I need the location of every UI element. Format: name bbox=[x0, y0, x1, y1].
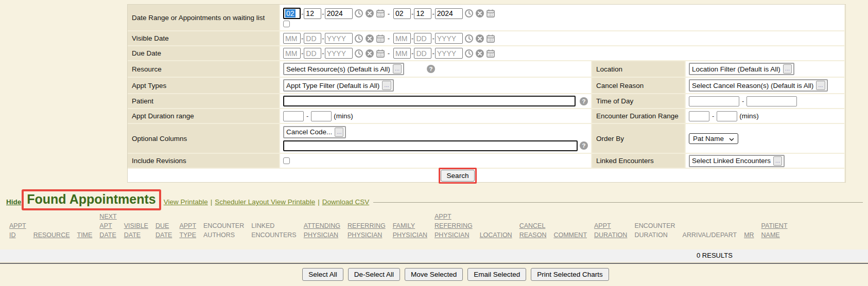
cancel-reason-filter-button[interactable]: Select Cancel Reason(s) (Default is All)… bbox=[689, 79, 828, 92]
deselect-all-button[interactable]: De-Select All bbox=[348, 268, 400, 281]
location-filter-button[interactable]: Location Filter (Default is All) ... bbox=[689, 63, 794, 75]
ellipsis-button[interactable]: ... bbox=[382, 81, 391, 90]
column-header-appt-referring-physician[interactable]: APPT REFERRING PHYSICIAN bbox=[435, 212, 473, 240]
due-date-from-day-input[interactable] bbox=[304, 48, 321, 59]
ellipsis-button[interactable]: ... bbox=[393, 64, 402, 74]
move-selected-button[interactable]: Move Selected bbox=[405, 268, 463, 281]
column-header-next-apt-date[interactable]: NEXT APT DATE bbox=[99, 212, 116, 240]
clock-icon[interactable] bbox=[464, 9, 474, 18]
clock-icon[interactable] bbox=[354, 34, 363, 43]
date-range-label: Date Range or Appointments on waiting li… bbox=[128, 5, 279, 30]
calendar-icon[interactable] bbox=[486, 9, 495, 18]
ellipsis-button[interactable]: ... bbox=[783, 64, 792, 74]
visible-date-from-year-input[interactable] bbox=[325, 33, 353, 44]
column-header-appt-type[interactable]: APPT TYPE bbox=[179, 221, 196, 240]
visible-date-from-month-input[interactable] bbox=[283, 33, 301, 44]
clock-icon[interactable] bbox=[354, 49, 363, 58]
column-header-comment[interactable]: COMMENT bbox=[553, 230, 587, 240]
order-by-cell: Pat Name bbox=[686, 124, 844, 153]
due-date-to-year-input[interactable] bbox=[435, 48, 463, 59]
visible-date-to-month-input[interactable] bbox=[393, 33, 411, 44]
view-printable-link[interactable]: View Printable bbox=[164, 198, 208, 206]
date-from-day-input[interactable] bbox=[304, 8, 321, 19]
scheduler-layout-view-printable-link[interactable]: Scheduler Layout View Printable bbox=[215, 198, 315, 206]
clear-date-icon[interactable] bbox=[365, 34, 374, 43]
hide-link[interactable]: Hide bbox=[6, 198, 21, 206]
column-header-attending-physician[interactable]: ATTENDING PHYSICIAN bbox=[304, 221, 340, 240]
select-all-button[interactable]: Select All bbox=[302, 268, 343, 281]
column-header-referring-physician[interactable]: REFERRING PHYSICIAN bbox=[348, 221, 386, 240]
visible-date-to-year-input[interactable] bbox=[435, 33, 463, 44]
column-header-mr[interactable]: MR bbox=[744, 230, 754, 240]
optional-columns-filter-button[interactable]: Cancel Code... ... bbox=[283, 126, 346, 138]
date-to-year-input[interactable] bbox=[435, 8, 463, 19]
search-button[interactable]: Search bbox=[441, 170, 475, 182]
waiting-list-checkbox[interactable] bbox=[283, 21, 290, 27]
date-from-month-input[interactable]: 02 bbox=[283, 8, 301, 19]
location-label: Location bbox=[592, 61, 685, 77]
clear-date-icon[interactable] bbox=[365, 9, 374, 18]
column-header-due-date[interactable]: DUE DATE bbox=[155, 221, 172, 240]
appt-duration-cell: - (mins) bbox=[280, 109, 591, 123]
column-header-cancel-reason[interactable]: CANCEL REASON bbox=[519, 221, 547, 240]
appt-duration-to-input[interactable] bbox=[311, 111, 332, 121]
due-date-to-month-input[interactable] bbox=[393, 48, 411, 59]
optional-columns-cell: Cancel Code... ... ? bbox=[280, 124, 591, 153]
results-count: 0 RESULTS bbox=[697, 252, 733, 259]
ellipsis-button[interactable]: ... bbox=[816, 81, 825, 90]
due-date-to-day-input[interactable] bbox=[414, 48, 431, 59]
linked-encounters-filter-button[interactable]: Select Linked Encounters ... bbox=[689, 155, 785, 167]
calendar-icon[interactable] bbox=[376, 49, 385, 58]
download-csv-link[interactable]: Download CSV bbox=[322, 198, 370, 206]
resource-filter-button[interactable]: Select Resource(s) (Default is All) ... bbox=[283, 63, 404, 75]
time-of-day-cell: - bbox=[686, 94, 844, 108]
clear-date-icon[interactable] bbox=[475, 34, 484, 43]
column-header-visible-date[interactable]: VISIBLE DATE bbox=[124, 221, 148, 240]
column-header-arrival-depart: ARRIVAL/DEPART bbox=[683, 230, 737, 240]
clock-icon[interactable] bbox=[464, 34, 474, 43]
ellipsis-button[interactable]: ... bbox=[773, 156, 782, 166]
ellipsis-button[interactable]: ... bbox=[335, 128, 343, 137]
column-header-appt-duration[interactable]: APPT DURATION bbox=[594, 221, 627, 240]
print-selected-charts-button[interactable]: Print Selected Charts bbox=[531, 268, 609, 281]
clear-date-icon[interactable] bbox=[475, 9, 484, 18]
include-revisions-checkbox[interactable] bbox=[283, 157, 290, 164]
appt-duration-from-input[interactable] bbox=[283, 111, 304, 121]
column-header-patient-name[interactable]: PATIENT NAME bbox=[761, 221, 788, 240]
time-of-day-to-input[interactable] bbox=[747, 96, 797, 106]
column-header-resource[interactable]: RESOURCE bbox=[33, 230, 70, 240]
date-to-day-input[interactable] bbox=[414, 8, 431, 19]
clear-date-icon[interactable] bbox=[475, 49, 484, 58]
column-header-family-physician[interactable]: FAMILY PHYSICIAN bbox=[393, 221, 427, 240]
encounter-duration-to-input[interactable] bbox=[717, 111, 737, 121]
help-icon[interactable]: ? bbox=[427, 65, 435, 73]
help-icon[interactable]: ? bbox=[580, 97, 588, 105]
clear-date-icon[interactable] bbox=[365, 49, 374, 58]
patient-search-input[interactable] bbox=[283, 96, 576, 106]
clock-icon[interactable] bbox=[464, 49, 474, 58]
optional-columns-input[interactable] bbox=[283, 140, 578, 151]
column-header-appt-id[interactable]: APPT ID bbox=[9, 221, 26, 240]
visible-date-from-day-input[interactable] bbox=[304, 33, 321, 44]
order-by-select[interactable]: Pat Name bbox=[689, 133, 738, 144]
encounter-duration-from-input[interactable] bbox=[689, 111, 709, 121]
calendar-icon[interactable] bbox=[376, 34, 385, 43]
due-date-from-month-input[interactable] bbox=[283, 48, 301, 59]
visible-date-to-day-input[interactable] bbox=[414, 33, 431, 44]
column-header-time[interactable]: TIME bbox=[77, 230, 93, 240]
appt-type-filter-button[interactable]: Appt Type Filter (Default is All) ... bbox=[283, 79, 394, 92]
clock-icon[interactable] bbox=[354, 9, 363, 18]
date-range-inputs: 02 - - - - - bbox=[280, 5, 844, 30]
calendar-icon[interactable] bbox=[486, 49, 495, 58]
date-to-month-input[interactable] bbox=[393, 8, 411, 19]
visible-date-label: Visible Date bbox=[128, 31, 279, 45]
calendar-icon[interactable] bbox=[376, 9, 385, 18]
time-of-day-from-input[interactable] bbox=[689, 96, 739, 106]
date-from-year-input[interactable] bbox=[325, 8, 353, 19]
email-selected-button[interactable]: Email Selected bbox=[467, 268, 526, 281]
due-date-from-year-input[interactable] bbox=[325, 48, 353, 59]
help-icon[interactable]: ? bbox=[580, 141, 588, 150]
column-header-location[interactable]: LOCATION bbox=[480, 230, 512, 240]
calendar-icon[interactable] bbox=[486, 34, 495, 43]
legend-divider-line bbox=[373, 202, 863, 203]
